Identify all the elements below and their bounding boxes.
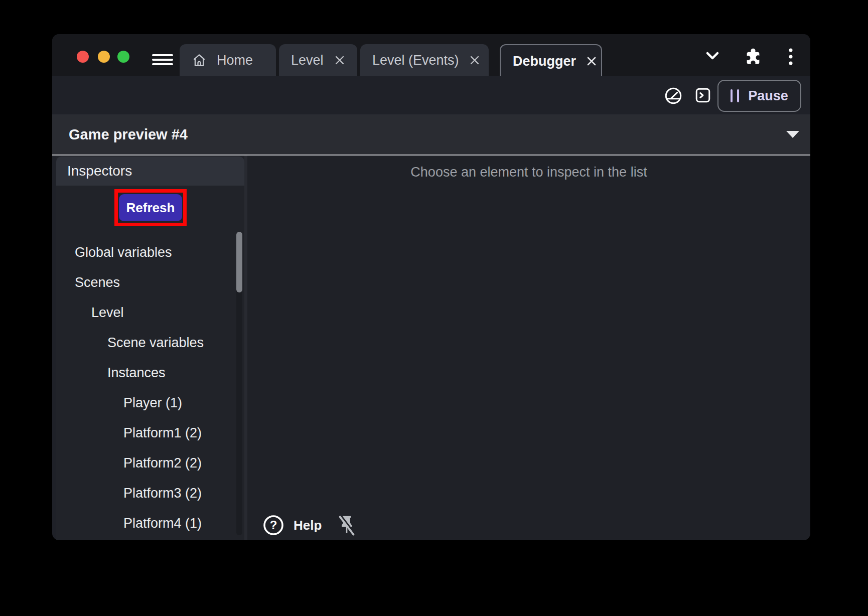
preview-selector-label: Game preview #4 [69, 114, 188, 155]
debugger-window: Home Level Level (Events) Debugger [52, 34, 810, 540]
empty-state-message: Choose an element to inspect in the list [247, 165, 810, 180]
inspector-panel: Choose an element to inspect in the list… [247, 156, 810, 540]
tree-item-platform4[interactable]: Platform4 (1) [56, 508, 236, 538]
tab-bar: Home Level Level (Events) Debugger [52, 34, 810, 76]
debugger-toolbar: Pause [52, 76, 810, 114]
tab-label: Level (Events) [372, 53, 459, 68]
home-icon [192, 53, 207, 68]
tab-label: Level [291, 53, 324, 68]
close-icon[interactable] [586, 56, 597, 67]
help-row: ? Help [262, 514, 357, 536]
tab-debugger[interactable]: Debugger [500, 44, 602, 77]
inspector-tree: Global variables Scenes Level Scene vari… [56, 237, 236, 538]
pause-icon [731, 89, 739, 102]
console-icon[interactable] [694, 86, 712, 106]
tab-level[interactable]: Level [279, 44, 357, 76]
refresh-button[interactable]: Refresh [119, 194, 182, 221]
profiler-gauge-icon[interactable] [664, 86, 683, 107]
tree-item-scenes[interactable]: Scenes [56, 267, 236, 297]
inspectors-sidebar: Inspectors Refresh Global variables Scen… [56, 156, 244, 540]
caret-down-icon [786, 131, 799, 140]
tree-item-platform1[interactable]: Platform1 (2) [56, 418, 236, 448]
close-window-button[interactable] [77, 51, 89, 63]
preview-selector[interactable]: Game preview #4 [52, 114, 810, 156]
tab-label: Home [217, 53, 253, 68]
tree-item-global-variables[interactable]: Global variables [56, 237, 236, 267]
close-icon[interactable] [334, 55, 345, 66]
pause-button-label: Pause [748, 88, 788, 104]
tab-level-events[interactable]: Level (Events) [360, 44, 489, 76]
help-button-label: Help [294, 518, 322, 533]
help-button[interactable]: ? [262, 514, 284, 536]
chevron-down-icon[interactable] [704, 49, 720, 64]
pin-off-icon[interactable] [337, 514, 357, 536]
tree-item-platform2[interactable]: Platform2 (2) [56, 448, 236, 478]
extensions-puzzle-icon[interactable] [744, 47, 763, 68]
tree-item-scene-variables[interactable]: Scene variables [56, 328, 236, 358]
question-mark-glyph: ? [270, 518, 277, 532]
highlight-box: Refresh [114, 189, 187, 226]
tab-home[interactable]: Home [180, 44, 276, 76]
close-icon[interactable] [469, 55, 480, 66]
inspectors-header: Inspectors [56, 157, 244, 186]
tree-item-level[interactable]: Level [56, 297, 236, 328]
scrollbar-thumb[interactable] [236, 232, 242, 292]
hamburger-menu-icon[interactable] [152, 54, 173, 65]
tree-item-player[interactable]: Player (1) [56, 388, 236, 418]
tree-item-platform3[interactable]: Platform3 (2) [56, 478, 236, 508]
minimize-window-button[interactable] [98, 51, 110, 63]
tree-item-instances[interactable]: Instances [56, 358, 236, 388]
zoom-window-button[interactable] [117, 51, 129, 63]
tab-label: Debugger [513, 54, 576, 69]
kebab-menu-icon[interactable] [788, 47, 794, 68]
inspectors-header-label: Inspectors [56, 157, 244, 186]
pause-button[interactable]: Pause [717, 80, 801, 112]
